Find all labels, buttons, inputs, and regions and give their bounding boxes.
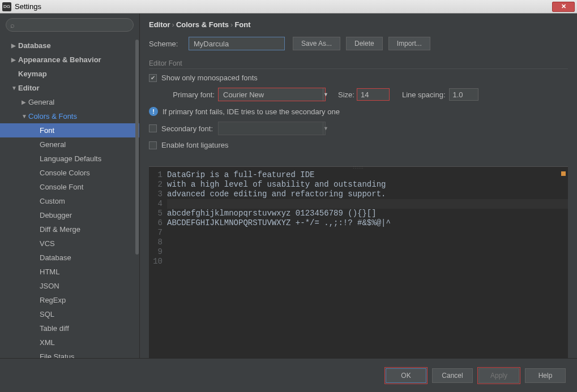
tree-item[interactable]: ▶Keymap bbox=[0, 67, 139, 81]
dialog-footer: OK Cancel Apply Help bbox=[0, 358, 577, 392]
scheme-value[interactable] bbox=[189, 37, 293, 50]
tree-item[interactable]: ▶Database bbox=[0, 38, 139, 53]
tree-item[interactable]: ▶Table diff bbox=[0, 321, 139, 335]
delete-button[interactable]: Delete bbox=[346, 37, 383, 50]
sidebar-scrollbar[interactable] bbox=[135, 36, 139, 358]
tree-item[interactable]: ▶Console Font bbox=[0, 180, 139, 194]
search-input[interactable] bbox=[6, 18, 134, 32]
tree-item[interactable]: ▶General bbox=[0, 137, 139, 152]
caret-icon: ▶ bbox=[22, 99, 28, 105]
ligatures-checkbox[interactable] bbox=[149, 141, 157, 149]
tree-item[interactable]: ▼Colors & Fonts bbox=[0, 109, 139, 123]
secondary-font-value bbox=[219, 122, 323, 135]
close-icon: ✕ bbox=[561, 3, 566, 10]
tree-item[interactable]: ▶Console Colors bbox=[0, 166, 139, 180]
preview-lines: DataGrip is a full-featured IDEwith a hi… bbox=[167, 170, 568, 266]
tree-item-label: RegExp bbox=[40, 296, 66, 304]
ligatures-label: Enable font ligatures bbox=[161, 141, 229, 149]
tree-item-label: Editor bbox=[18, 84, 40, 92]
primary-font-label: Primary font: bbox=[160, 91, 215, 99]
resize-grip-icon[interactable]: :::::: bbox=[353, 165, 364, 170]
window-title: Settings bbox=[15, 2, 552, 11]
font-preview: :::::: 12345678910 DataGrip is a full-fe… bbox=[149, 166, 568, 358]
size-label: Size: bbox=[338, 91, 354, 99]
tree-item-label: Colors & Fonts bbox=[28, 112, 77, 120]
tree-item[interactable]: ▶Language Defaults bbox=[0, 152, 139, 166]
tree-item[interactable]: ▶Font bbox=[0, 123, 139, 137]
save-as-button[interactable]: Save As... bbox=[293, 37, 340, 50]
tree-item[interactable]: ▶JSON bbox=[0, 279, 139, 293]
info-text: If primary font fails, IDE tries to use … bbox=[163, 107, 340, 116]
app-logo-icon: DG bbox=[2, 2, 11, 11]
cancel-button[interactable]: Cancel bbox=[432, 368, 473, 383]
tree-item[interactable]: ▶RegExp bbox=[0, 293, 139, 307]
tree-item-label: XML bbox=[40, 338, 55, 347]
caret-icon: ▶ bbox=[11, 42, 18, 49]
tree-item[interactable]: ▶General bbox=[0, 95, 139, 109]
tree-item-label: General bbox=[40, 140, 66, 149]
tree-item-label: SQL bbox=[40, 310, 54, 318]
main-panel: Editor›Colors & Fonts›Font Scheme: ▼ Sav… bbox=[140, 14, 577, 358]
monospaced-label: Show only monospaced fonts bbox=[161, 74, 258, 82]
tree-item[interactable]: ▶Database bbox=[0, 251, 139, 265]
secondary-font-label: Secondary font: bbox=[161, 124, 218, 133]
primary-font-combo[interactable]: ▼ bbox=[218, 88, 326, 101]
tree-item-label: Font bbox=[40, 126, 54, 135]
breadcrumb: Editor›Colors & Fonts›Font bbox=[149, 20, 568, 29]
info-icon: ! bbox=[149, 107, 158, 116]
settings-tree: ▶Database▶Appearance & Behavior▶Keymap▼E… bbox=[0, 36, 139, 358]
tree-item[interactable]: ▶Custom bbox=[0, 194, 139, 208]
tree-item[interactable]: ▶XML bbox=[0, 335, 139, 350]
tree-item[interactable]: ▶Appearance & Behavior bbox=[0, 53, 139, 67]
import-button[interactable]: Import... bbox=[388, 37, 430, 50]
tree-item-label: HTML bbox=[40, 268, 59, 276]
tree-item[interactable]: ▶File Status bbox=[0, 350, 139, 358]
help-button[interactable]: Help bbox=[525, 368, 566, 383]
size-input[interactable] bbox=[357, 88, 390, 101]
tree-item-label: General bbox=[28, 98, 54, 106]
tree-item-label: JSON bbox=[40, 282, 59, 290]
tree-item-label: Appearance & Behavior bbox=[18, 55, 101, 64]
line-spacing-label: Line spacing: bbox=[402, 91, 446, 99]
apply-button[interactable]: Apply bbox=[478, 368, 519, 383]
tree-item-label: VCS bbox=[40, 239, 55, 248]
tree-item-label: Language Defaults bbox=[40, 154, 101, 163]
sidebar: ⌕ ▶Database▶Appearance & Behavior▶Keymap… bbox=[0, 14, 140, 358]
secondary-font-combo[interactable]: ▼ bbox=[218, 122, 326, 135]
scheme-combo[interactable]: ▼ bbox=[189, 37, 285, 50]
tree-item[interactable]: ▶VCS bbox=[0, 236, 139, 251]
chevron-down-icon[interactable]: ▼ bbox=[323, 122, 328, 135]
tree-item-label: Console Font bbox=[40, 183, 83, 191]
tree-item[interactable]: ▶HTML bbox=[0, 265, 139, 279]
tree-item[interactable]: ▶SQL bbox=[0, 307, 139, 321]
tree-item-label: Console Colors bbox=[40, 169, 90, 177]
primary-font-value[interactable] bbox=[219, 88, 323, 101]
scheme-label: Scheme: bbox=[149, 40, 189, 48]
caret-icon: ▶ bbox=[11, 57, 18, 63]
tree-item[interactable]: ▶Debugger bbox=[0, 208, 139, 222]
tree-item-label: Table diff bbox=[40, 324, 69, 333]
warning-marker-icon bbox=[561, 171, 566, 176]
tree-item-label: Database bbox=[40, 253, 71, 262]
title-bar: DG Settings ✕ bbox=[0, 0, 577, 14]
line-spacing-input[interactable] bbox=[449, 88, 478, 101]
line-gutter: 12345678910 bbox=[149, 170, 167, 266]
search-icon: ⌕ bbox=[10, 21, 15, 29]
caret-icon: ▼ bbox=[11, 85, 18, 91]
close-button[interactable]: ✕ bbox=[552, 2, 575, 12]
secondary-font-checkbox[interactable] bbox=[149, 124, 157, 132]
monospaced-checkbox[interactable] bbox=[149, 74, 157, 82]
ok-button[interactable]: OK bbox=[386, 368, 426, 383]
editor-font-section: Editor Font bbox=[149, 59, 568, 69]
tree-item-label: File Status bbox=[40, 352, 74, 358]
tree-item[interactable]: ▶Diff & Merge bbox=[0, 222, 139, 236]
caret-icon: ▼ bbox=[22, 113, 28, 119]
tree-item[interactable]: ▼Editor bbox=[0, 81, 139, 95]
tree-item-label: Debugger bbox=[40, 211, 72, 219]
tree-item-label: Keymap bbox=[18, 70, 47, 78]
tree-item-label: Diff & Merge bbox=[40, 225, 80, 234]
chevron-down-icon[interactable]: ▼ bbox=[323, 88, 328, 101]
tree-item-label: Database bbox=[18, 41, 51, 50]
tree-item-label: Custom bbox=[40, 197, 65, 205]
